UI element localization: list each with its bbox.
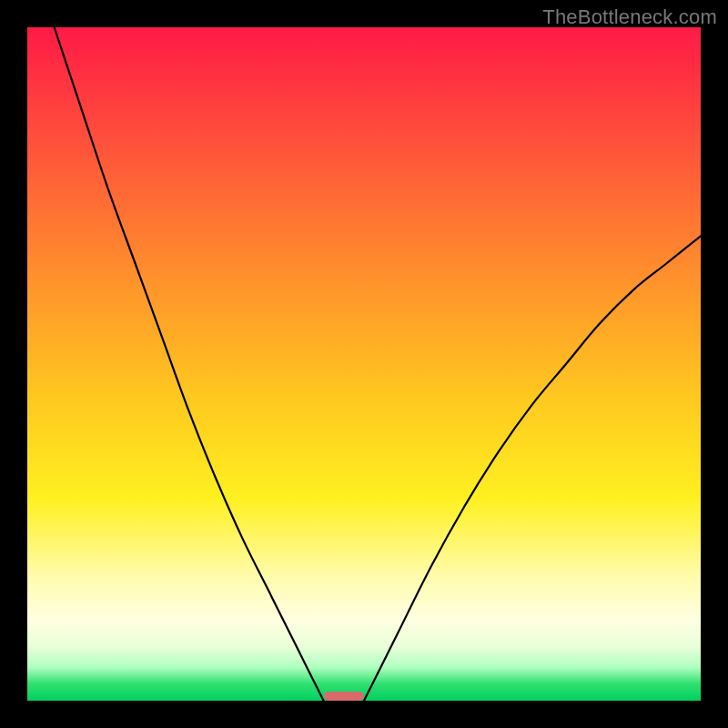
curve-left bbox=[55, 27, 324, 701]
curve-svg bbox=[27, 27, 701, 701]
chart-frame: TheBottleneck.com bbox=[0, 0, 728, 728]
watermark-text: TheBottleneck.com bbox=[542, 5, 717, 29]
plot-area bbox=[27, 27, 701, 701]
bottleneck-marker bbox=[324, 692, 364, 701]
curve-right bbox=[364, 236, 701, 701]
